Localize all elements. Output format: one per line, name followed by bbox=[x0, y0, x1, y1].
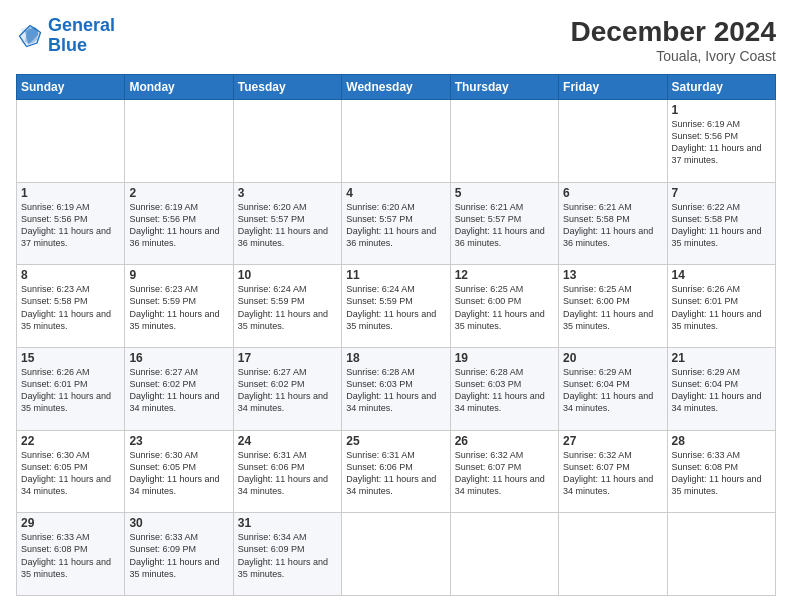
day-number: 10 bbox=[238, 268, 337, 282]
page-subtitle: Touala, Ivory Coast bbox=[571, 48, 776, 64]
day-info: Sunrise: 6:23 AMSunset: 5:59 PMDaylight:… bbox=[129, 283, 228, 332]
logo-text: GeneralBlue bbox=[48, 16, 115, 56]
day-info: Sunrise: 6:32 AMSunset: 6:07 PMDaylight:… bbox=[563, 449, 662, 498]
day-info: Sunrise: 6:29 AMSunset: 6:04 PMDaylight:… bbox=[672, 366, 771, 415]
col-sunday: Sunday bbox=[17, 75, 125, 100]
day-number: 7 bbox=[672, 186, 771, 200]
calendar-week-4: 15Sunrise: 6:26 AMSunset: 6:01 PMDayligh… bbox=[17, 347, 776, 430]
table-cell bbox=[125, 100, 233, 183]
table-cell: 26Sunrise: 6:32 AMSunset: 6:07 PMDayligh… bbox=[450, 430, 558, 513]
table-cell: 11Sunrise: 6:24 AMSunset: 5:59 PMDayligh… bbox=[342, 265, 450, 348]
day-number: 22 bbox=[21, 434, 120, 448]
table-cell: 29Sunrise: 6:33 AMSunset: 6:08 PMDayligh… bbox=[17, 513, 125, 596]
col-thursday: Thursday bbox=[450, 75, 558, 100]
calendar-week-6: 29Sunrise: 6:33 AMSunset: 6:08 PMDayligh… bbox=[17, 513, 776, 596]
table-cell: 8Sunrise: 6:23 AMSunset: 5:58 PMDaylight… bbox=[17, 265, 125, 348]
day-info: Sunrise: 6:19 AMSunset: 5:56 PMDaylight:… bbox=[21, 201, 120, 250]
day-number: 2 bbox=[129, 186, 228, 200]
table-cell: 2Sunrise: 6:19 AMSunset: 5:56 PMDaylight… bbox=[125, 182, 233, 265]
col-tuesday: Tuesday bbox=[233, 75, 341, 100]
day-number: 25 bbox=[346, 434, 445, 448]
day-number: 24 bbox=[238, 434, 337, 448]
table-cell: 31Sunrise: 6:34 AMSunset: 6:09 PMDayligh… bbox=[233, 513, 341, 596]
day-number: 16 bbox=[129, 351, 228, 365]
day-info: Sunrise: 6:30 AMSunset: 6:05 PMDaylight:… bbox=[21, 449, 120, 498]
day-info: Sunrise: 6:21 AMSunset: 5:58 PMDaylight:… bbox=[563, 201, 662, 250]
title-area: December 2024 Touala, Ivory Coast bbox=[571, 16, 776, 64]
day-number: 13 bbox=[563, 268, 662, 282]
table-cell: 14Sunrise: 6:26 AMSunset: 6:01 PMDayligh… bbox=[667, 265, 775, 348]
table-cell: 12Sunrise: 6:25 AMSunset: 6:00 PMDayligh… bbox=[450, 265, 558, 348]
day-number: 30 bbox=[129, 516, 228, 530]
calendar-header-row: Sunday Monday Tuesday Wednesday Thursday… bbox=[17, 75, 776, 100]
table-cell: 19Sunrise: 6:28 AMSunset: 6:03 PMDayligh… bbox=[450, 347, 558, 430]
logo-icon bbox=[16, 22, 44, 50]
day-info: Sunrise: 6:28 AMSunset: 6:03 PMDaylight:… bbox=[346, 366, 445, 415]
day-info: Sunrise: 6:25 AMSunset: 6:00 PMDaylight:… bbox=[563, 283, 662, 332]
day-number: 5 bbox=[455, 186, 554, 200]
logo: GeneralBlue bbox=[16, 16, 115, 56]
day-number: 14 bbox=[672, 268, 771, 282]
table-cell bbox=[342, 100, 450, 183]
table-cell bbox=[667, 513, 775, 596]
table-cell bbox=[342, 513, 450, 596]
day-number: 28 bbox=[672, 434, 771, 448]
day-number: 18 bbox=[346, 351, 445, 365]
day-info: Sunrise: 6:30 AMSunset: 6:05 PMDaylight:… bbox=[129, 449, 228, 498]
day-info: Sunrise: 6:27 AMSunset: 6:02 PMDaylight:… bbox=[129, 366, 228, 415]
table-cell bbox=[450, 513, 558, 596]
table-cell: 27Sunrise: 6:32 AMSunset: 6:07 PMDayligh… bbox=[559, 430, 667, 513]
table-cell: 20Sunrise: 6:29 AMSunset: 6:04 PMDayligh… bbox=[559, 347, 667, 430]
col-wednesday: Wednesday bbox=[342, 75, 450, 100]
table-cell: 4Sunrise: 6:20 AMSunset: 5:57 PMDaylight… bbox=[342, 182, 450, 265]
table-cell: 28Sunrise: 6:33 AMSunset: 6:08 PMDayligh… bbox=[667, 430, 775, 513]
day-number: 20 bbox=[563, 351, 662, 365]
day-info: Sunrise: 6:21 AMSunset: 5:57 PMDaylight:… bbox=[455, 201, 554, 250]
day-info: Sunrise: 6:24 AMSunset: 5:59 PMDaylight:… bbox=[238, 283, 337, 332]
day-info: Sunrise: 6:26 AMSunset: 6:01 PMDaylight:… bbox=[21, 366, 120, 415]
day-info: Sunrise: 6:28 AMSunset: 6:03 PMDaylight:… bbox=[455, 366, 554, 415]
table-cell: 17Sunrise: 6:27 AMSunset: 6:02 PMDayligh… bbox=[233, 347, 341, 430]
table-cell: 22Sunrise: 6:30 AMSunset: 6:05 PMDayligh… bbox=[17, 430, 125, 513]
day-number: 8 bbox=[21, 268, 120, 282]
table-cell: 13Sunrise: 6:25 AMSunset: 6:00 PMDayligh… bbox=[559, 265, 667, 348]
day-number: 15 bbox=[21, 351, 120, 365]
table-cell: 9Sunrise: 6:23 AMSunset: 5:59 PMDaylight… bbox=[125, 265, 233, 348]
table-cell: 7Sunrise: 6:22 AMSunset: 5:58 PMDaylight… bbox=[667, 182, 775, 265]
day-info: Sunrise: 6:24 AMSunset: 5:59 PMDaylight:… bbox=[346, 283, 445, 332]
calendar-week-3: 8Sunrise: 6:23 AMSunset: 5:58 PMDaylight… bbox=[17, 265, 776, 348]
table-cell: 18Sunrise: 6:28 AMSunset: 6:03 PMDayligh… bbox=[342, 347, 450, 430]
table-cell bbox=[17, 100, 125, 183]
table-cell: 25Sunrise: 6:31 AMSunset: 6:06 PMDayligh… bbox=[342, 430, 450, 513]
table-cell: 6Sunrise: 6:21 AMSunset: 5:58 PMDaylight… bbox=[559, 182, 667, 265]
day-info: Sunrise: 6:23 AMSunset: 5:58 PMDaylight:… bbox=[21, 283, 120, 332]
day-info: Sunrise: 6:31 AMSunset: 6:06 PMDaylight:… bbox=[238, 449, 337, 498]
table-cell bbox=[559, 100, 667, 183]
calendar-week-5: 22Sunrise: 6:30 AMSunset: 6:05 PMDayligh… bbox=[17, 430, 776, 513]
header: GeneralBlue December 2024 Touala, Ivory … bbox=[16, 16, 776, 64]
day-info: Sunrise: 6:20 AMSunset: 5:57 PMDaylight:… bbox=[238, 201, 337, 250]
calendar-week-2: 1Sunrise: 6:19 AMSunset: 5:56 PMDaylight… bbox=[17, 182, 776, 265]
col-saturday: Saturday bbox=[667, 75, 775, 100]
day-number: 27 bbox=[563, 434, 662, 448]
page: GeneralBlue December 2024 Touala, Ivory … bbox=[0, 0, 792, 612]
day-info: Sunrise: 6:33 AMSunset: 6:08 PMDaylight:… bbox=[21, 531, 120, 580]
table-cell: 10Sunrise: 6:24 AMSunset: 5:59 PMDayligh… bbox=[233, 265, 341, 348]
day-number: 26 bbox=[455, 434, 554, 448]
day-info: Sunrise: 6:33 AMSunset: 6:08 PMDaylight:… bbox=[672, 449, 771, 498]
day-info: Sunrise: 6:29 AMSunset: 6:04 PMDaylight:… bbox=[563, 366, 662, 415]
day-info: Sunrise: 6:26 AMSunset: 6:01 PMDaylight:… bbox=[672, 283, 771, 332]
calendar-table: Sunday Monday Tuesday Wednesday Thursday… bbox=[16, 74, 776, 596]
table-cell: 23Sunrise: 6:30 AMSunset: 6:05 PMDayligh… bbox=[125, 430, 233, 513]
day-number: 21 bbox=[672, 351, 771, 365]
table-cell: 30Sunrise: 6:33 AMSunset: 6:09 PMDayligh… bbox=[125, 513, 233, 596]
day-number: 31 bbox=[238, 516, 337, 530]
col-monday: Monday bbox=[125, 75, 233, 100]
day-number: 3 bbox=[238, 186, 337, 200]
day-info: Sunrise: 6:25 AMSunset: 6:00 PMDaylight:… bbox=[455, 283, 554, 332]
page-title: December 2024 bbox=[571, 16, 776, 48]
col-friday: Friday bbox=[559, 75, 667, 100]
day-number: 6 bbox=[563, 186, 662, 200]
table-cell bbox=[450, 100, 558, 183]
day-number: 1 bbox=[672, 103, 771, 117]
